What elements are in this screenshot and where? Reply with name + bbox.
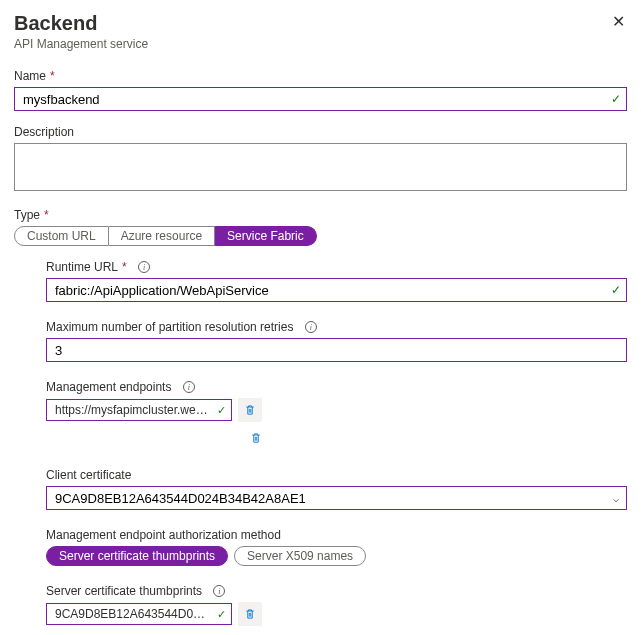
info-icon[interactable]: i: [138, 261, 150, 273]
max-retries-input[interactable]: [46, 338, 627, 362]
trash-icon: [244, 607, 256, 621]
check-icon: ✓: [217, 404, 226, 417]
auth-option-thumbprints[interactable]: Server certificate thumbprints: [46, 546, 228, 566]
auth-method-label: Management endpoint authorization method: [46, 528, 281, 542]
runtime-url-label: Runtime URL: [46, 260, 118, 274]
trash-icon: [250, 431, 262, 445]
name-input[interactable]: [14, 87, 627, 111]
info-icon[interactable]: i: [305, 321, 317, 333]
delete-all-thumbprints-button[interactable]: [244, 630, 268, 635]
delete-all-endpoints-button[interactable]: [244, 426, 268, 450]
type-option-service-fabric[interactable]: Service Fabric: [215, 226, 317, 246]
runtime-url-input[interactable]: [46, 278, 627, 302]
max-retries-label: Maximum number of partition resolution r…: [46, 320, 293, 334]
description-input[interactable]: [14, 143, 627, 191]
required-asterisk: *: [44, 208, 49, 222]
mgmt-endpoints-label: Management endpoints: [46, 380, 171, 394]
required-asterisk: *: [50, 69, 55, 83]
info-icon[interactable]: i: [183, 381, 195, 393]
check-icon: ✓: [217, 608, 226, 621]
client-cert-label: Client certificate: [46, 468, 131, 482]
name-label: Name: [14, 69, 46, 83]
client-cert-select[interactable]: [46, 486, 627, 510]
delete-endpoint-button[interactable]: [238, 398, 262, 422]
type-option-custom-url[interactable]: Custom URL: [14, 226, 109, 246]
server-thumbprint-item[interactable]: 9CA9D8EB12A643544D024B34B42A8AE1...: [46, 603, 232, 625]
close-button[interactable]: ✕: [610, 12, 627, 32]
required-asterisk: *: [122, 260, 127, 274]
type-label: Type: [14, 208, 40, 222]
mgmt-endpoint-item[interactable]: https://mysfapimcluster.westus.cloud...: [46, 399, 232, 421]
server-thumbs-label: Server certificate thumbprints: [46, 584, 202, 598]
type-option-azure-resource[interactable]: Azure resource: [109, 226, 215, 246]
description-label: Description: [14, 125, 74, 139]
trash-icon: [244, 403, 256, 417]
auth-option-x509[interactable]: Server X509 names: [234, 546, 366, 566]
page-subtitle: API Management service: [14, 37, 148, 51]
info-icon[interactable]: i: [213, 585, 225, 597]
delete-thumbprint-button[interactable]: [238, 602, 262, 626]
page-title: Backend: [14, 12, 148, 35]
